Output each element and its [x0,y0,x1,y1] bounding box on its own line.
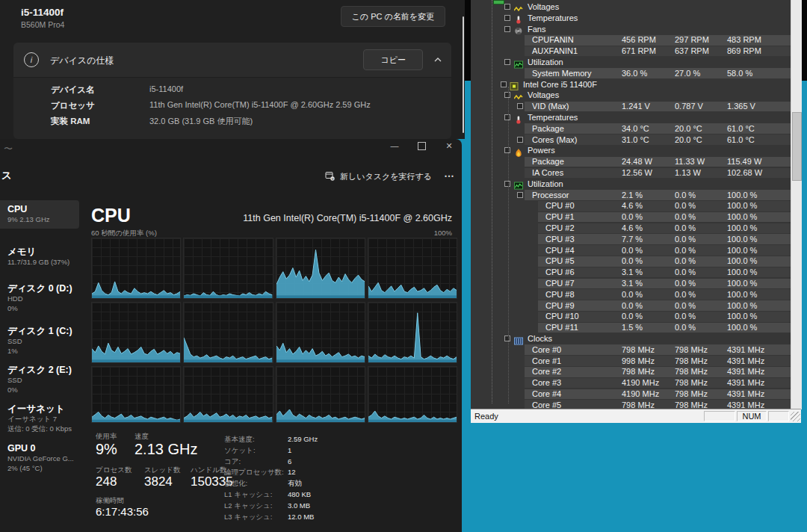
sensor-group-row[interactable]: Fans [471,24,791,35]
sensor-value-row[interactable]: CPU #100.0 %0.0 %100.0 % [471,311,791,322]
sensor-label: AUXFANIN1 [532,46,578,55]
sensor-group-row[interactable]: Powers [471,145,791,156]
sensor-value-row[interactable]: Package24.48 W11.33 W115.49 W [471,156,791,167]
sensor-root-node[interactable]: Intel Core i5 11400F [471,79,791,90]
cpu-core-graph[interactable] [183,302,273,363]
sensor-label: Package [532,157,564,166]
sensor-value: 100.0 % [727,267,757,276]
run-new-task-button[interactable]: + 新しいタスクを実行する [321,170,436,183]
rename-pc-button[interactable]: この PC の名前を変更 [341,6,445,27]
cpu-core-graph[interactable] [183,238,273,299]
cpu-core-graph[interactable] [91,238,181,299]
sensor-group-row[interactable]: Voltages [471,1,791,13]
cpu-core-graph[interactable] [91,366,181,423]
cpu-core-graph[interactable] [368,238,457,299]
sensors-scrollbar[interactable] [791,0,802,409]
tree-checkbox[interactable] [504,335,510,341]
stat-small-value: 3.0 MB [288,501,310,510]
sensor-value-row[interactable]: AUXFANIN1671 RPM637 RPM869 RPM [471,46,791,57]
sensor-value-row[interactable]: System Memory36.0 %27.0 %58.0 % [471,68,791,79]
tree-checkbox[interactable] [504,92,510,98]
cpu-core-graph[interactable] [276,366,365,423]
sidebar-item-0d[interactable]: ディスク 0 (D:)HDD0% [0,279,79,317]
sidebar-item-title: ディスク 2 (E:) [7,365,79,376]
cpu-core-graph[interactable] [368,366,457,423]
tree-checkbox[interactable] [504,15,510,21]
resize-grip-icon[interactable] [791,412,800,421]
sensor-group-row[interactable]: Temperatures [471,112,791,123]
sensor-value-row[interactable]: CPU #40.0 %0.0 %100.0 % [471,245,791,256]
sensor-group-row[interactable]: Voltages [471,90,791,101]
chevron-up-icon[interactable] [432,54,444,66]
sensor-value-row[interactable]: CPU #80.0 %0.0 %100.0 % [471,289,791,300]
sensor-value-row[interactable]: Package34.0 °C20.0 °C61.0 °C [471,123,791,134]
sensor-value-row[interactable]: CPUFANIN456 RPM297 RPM483 RPM [471,34,791,46]
tree-checkbox[interactable] [504,4,510,10]
more-options-button[interactable]: … [444,167,454,179]
tree-checkbox[interactable] [501,81,507,87]
sidebar-item-1c[interactable]: ディスク 1 (C:)SSD1% [0,322,79,359]
sensor-value-row[interactable]: CPU #73.1 %0.0 %100.0 % [471,278,791,289]
sensor-value: 456 RPM [622,35,656,44]
sidebar-item-gpu0[interactable]: GPU 0NVIDIA GeForce G...2% (45 °C) [0,439,79,477]
sensor-value: 4190 MHz [622,389,659,398]
sensor-group-row[interactable]: Clocks [471,333,791,344]
settings-scrollbar[interactable] [463,16,464,133]
cpu-core-graph[interactable] [276,302,365,363]
cpu-core-graph[interactable] [276,238,365,299]
sensor-value: 100.0 % [727,301,757,310]
minimize-icon[interactable]: — [389,140,400,151]
cpu-core-graph[interactable] [368,302,457,363]
sidebar-item-title: ディスク 1 (C:) [7,326,79,337]
maximize-icon[interactable] [418,142,426,150]
sensor-value-row[interactable]: Core #1998 MHz798 MHz4391 MHz [471,356,791,367]
cpu-core-graph[interactable] [183,366,273,423]
sensor-group-row[interactable]: Temperatures [471,13,791,24]
sensor-label: CPU #0 [545,201,575,210]
tree-checkbox[interactable] [504,114,510,120]
sensor-group-row[interactable]: Utilization [471,179,791,190]
sensor-value-row[interactable]: CPU #63.1 %0.0 %100.0 % [471,267,791,278]
sidebar-item-[interactable]: メモリ11.7/31.9 GB (37%) [0,243,79,271]
sidebar-item-2e[interactable]: ディスク 2 (E:)SSD0% [0,361,79,398]
sensor-value: 798 MHz [622,345,655,354]
tree-checkbox[interactable] [504,147,510,153]
sensor-value-row[interactable]: CPU #04.6 %0.0 %100.0 % [471,200,791,211]
sensor-value-row[interactable]: CPU #111.5 %0.0 %100.0 % [471,322,791,333]
expand-checkbox[interactable] [517,103,523,109]
sensor-value-row[interactable]: Core #44190 MHz798 MHz4391 MHz [471,389,791,400]
tree-checkbox[interactable] [504,26,510,32]
stat-small-label: 基本速度: [224,435,255,445]
sidebar-item-cpu[interactable]: CPU9% 2.13 GHz [0,200,79,229]
tree-checkbox[interactable] [504,59,510,65]
sensor-value-row[interactable]: IA Cores12.56 W1.13 W102.68 W [471,167,791,179]
sensor-value-row[interactable]: Processor2.1 %0.0 %100.0 % [471,190,791,201]
sensor-value-row[interactable]: CPU #24.6 %0.0 %100.0 % [471,223,791,234]
expand-checkbox[interactable] [517,192,523,198]
cpu-core-graph[interactable] [91,302,181,363]
sensor-label: Core #1 [532,356,561,365]
device-spec-card[interactable]: i デバイスの仕様 コピー [13,43,451,78]
expand-checkbox[interactable] [517,137,523,143]
sensor-label: Temperatures [528,13,578,22]
spec-row: 実装 RAM32.0 GB (31.9 GB 使用可能) [13,116,451,131]
sensor-value-row[interactable]: Core #2798 MHz798 MHz4391 MHz [471,366,791,377]
sensor-value-row[interactable]: Core #34190 MHz798 MHz4391 MHz [471,377,791,389]
sensor-value-row[interactable]: Cores (Max)31.0 °C20.0 °C61.0 °C [471,134,791,146]
sensor-value-row[interactable]: CPU #37.7 %0.0 %100.0 % [471,234,791,245]
sidebar-item-[interactable]: イーサネットイーサネット 7送信: 0 受信: 0 Kbps [0,400,79,437]
close-icon[interactable]: ✕ [444,140,454,151]
device-spec-title: デバイスの仕様 [50,55,114,67]
sensor-value-row[interactable]: CPU #50.0 %0.0 %100.0 % [471,256,791,267]
sensor-label: Core #5 [532,400,561,409]
sensor-value-row[interactable]: Core #0798 MHz798 MHz4391 MHz [471,344,791,356]
sensor-label: CPU #9 [545,301,575,310]
scrollbar-thumb[interactable] [792,112,802,181]
copy-button[interactable]: コピー [363,49,423,70]
sensor-value-row[interactable]: CPU #10.0 %0.0 %100.0 % [471,211,791,223]
tree-checkbox[interactable] [504,181,510,187]
sensor-group-row[interactable]: Utilization [471,57,791,68]
sensor-value-row[interactable]: CPU #90.0 %0.0 %100.0 % [471,300,791,312]
spec-label: デバイス名 [51,84,155,96]
sensor-value-row[interactable]: VID (Max)1.241 V0.787 V1.365 V [471,101,791,112]
